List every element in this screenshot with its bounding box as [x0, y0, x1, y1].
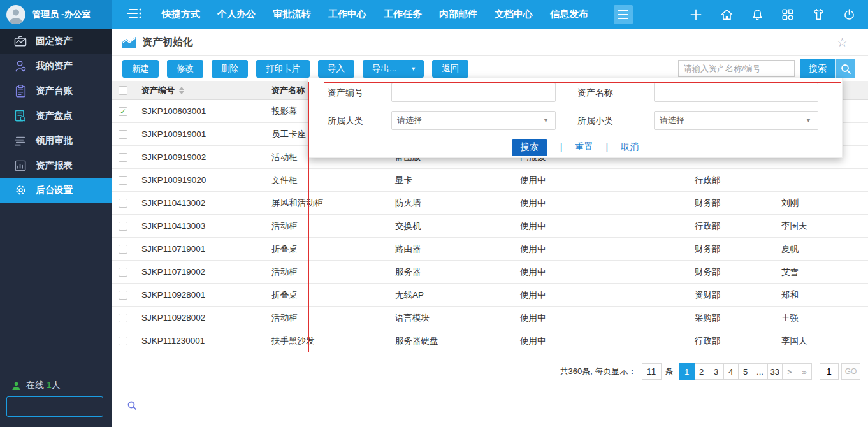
grid-icon[interactable] — [780, 7, 795, 22]
sort-icon[interactable] — [179, 87, 184, 94]
filter-label-minor-category: 所属小类 — [577, 106, 613, 134]
topbar-menu-item[interactable]: 信息发布 — [550, 8, 588, 20]
cell-asset-id: SJKP110719001 — [134, 244, 264, 254]
row-checkbox[interactable] — [119, 337, 127, 345]
toolbar-button[interactable]: 修改▼ — [167, 60, 203, 78]
cell-asset-name: 活动柜 — [264, 266, 387, 278]
row-checkbox[interactable] — [119, 245, 127, 254]
table-row[interactable]: SJKP111230001 扶手黑沙发 服务器硬盘 使用中 行政部 李国天 — [112, 329, 868, 352]
cell-asset-name2: 语言模块 — [387, 312, 512, 324]
cell-asset-id: SJKP100919002 — [134, 152, 264, 162]
row-checkbox[interactable] — [119, 268, 127, 277]
row-checkbox[interactable] — [119, 314, 127, 322]
cell-status: 使用中 — [512, 243, 687, 255]
cell-asset-id: SJKP110719002 — [134, 267, 264, 277]
cell-asset-name: 活动柜 — [264, 312, 387, 324]
toolbar-button[interactable]: 导出...▼ — [363, 60, 424, 78]
table-row[interactable]: SJKP110413003 活动柜 交换机 使用中 行政部 李国天 — [112, 215, 868, 238]
table-row[interactable]: SJKP100919020 文件柜 显卡 使用中 行政部 — [112, 169, 868, 192]
filter-cancel-button[interactable]: 取消 — [621, 141, 639, 153]
minor-category-select[interactable]: 请选择▼ — [654, 111, 818, 130]
toolbar-button[interactable]: 删除▼ — [212, 60, 248, 78]
sidebar-item[interactable]: 固定资产 — [0, 29, 112, 54]
row-checkbox[interactable] — [119, 176, 127, 185]
toolbar-button[interactable]: 新建▼ — [122, 60, 159, 78]
filter-asset-name-input[interactable] — [654, 83, 818, 102]
page-button[interactable]: 1 — [679, 363, 695, 380]
topbar-menu-item[interactable]: 内部邮件 — [439, 8, 477, 20]
nav-list-icon[interactable] — [126, 6, 143, 23]
favorite-star-icon[interactable]: ☆ — [837, 35, 848, 50]
topbar-menu-item[interactable]: 个人办公 — [217, 8, 256, 20]
sidebar-item[interactable]: 后台设置 — [0, 178, 112, 203]
go-button[interactable]: GO — [841, 363, 860, 380]
cell-status: 使用中 — [512, 175, 687, 186]
page-title: 资产初始化 — [142, 36, 193, 49]
filter-asset-id-input[interactable] — [391, 83, 556, 102]
sidebar-search-icon[interactable] — [127, 400, 137, 413]
row-checkbox[interactable] — [119, 291, 127, 300]
column-header-asset-id[interactable]: 资产编号 — [134, 85, 264, 96]
sidebar-search-input[interactable] — [7, 397, 127, 416]
major-category-select[interactable]: 请选择▼ — [391, 111, 556, 130]
toolbar-button[interactable]: 打印卡片▼ — [256, 60, 310, 78]
power-icon[interactable] — [841, 7, 857, 22]
asset-search-input[interactable] — [678, 60, 795, 77]
page-size-box[interactable]: 11 — [642, 363, 662, 380]
page-button[interactable]: 3 — [709, 363, 724, 380]
table-row[interactable]: SJKP110928002 活动柜 语言模块 使用中 采购部 王强 — [112, 307, 868, 329]
toolbar-button[interactable]: 导入▼ — [318, 60, 354, 78]
topbar-menu-item[interactable]: 工作任务 — [384, 8, 422, 20]
filter-reset-button[interactable]: 重置 — [575, 141, 593, 153]
sidebar-item-icon — [14, 134, 27, 147]
row-checkbox[interactable] — [119, 153, 127, 162]
table-row[interactable]: SJKP110719002 活动柜 服务器 使用中 财务部 艾雪 — [112, 261, 868, 284]
page-button[interactable]: > — [782, 363, 797, 380]
topbar-menu-item[interactable]: 工作中心 — [328, 8, 366, 20]
select-all-checkbox[interactable] — [119, 86, 127, 95]
row-checkbox[interactable] — [119, 107, 127, 116]
user-avatar-icon[interactable] — [6, 5, 25, 24]
sidebar-item-label: 后台设置 — [36, 184, 73, 196]
sidebar-item-icon — [14, 110, 27, 122]
cell-user: 夏帆 — [774, 243, 868, 255]
topbar-icons — [688, 7, 857, 22]
shirt-icon[interactable] — [811, 7, 826, 22]
topbar-menu-item[interactable]: 快捷方式 — [162, 8, 200, 20]
table-row[interactable]: SJKP110928001 折叠桌 无线AP 使用中 资财部 郑和 — [112, 284, 868, 307]
page-button[interactable]: 33 — [767, 363, 783, 380]
row-checkbox[interactable] — [119, 130, 127, 139]
home-icon[interactable] — [719, 7, 734, 22]
page-button[interactable]: 5 — [738, 363, 753, 380]
row-checkbox[interactable] — [119, 222, 127, 231]
goto-page-input[interactable] — [820, 363, 839, 380]
search-button[interactable]: 搜索 — [800, 59, 835, 78]
search-magnifier-icon[interactable] — [835, 59, 855, 78]
topbar-menu-item[interactable]: 审批流转 — [273, 8, 311, 20]
cell-department: 财务部 — [687, 243, 774, 255]
topbar: 管理员 -办公室 快捷方式 个人办公 审批流转 工作中心 工作任务 内部邮件 文… — [0, 0, 868, 29]
sidebar-item[interactable]: 资产盘点 — [0, 103, 112, 128]
sidebar-item[interactable]: 领用审批 — [0, 128, 112, 153]
table-row[interactable]: SJKP110719001 折叠桌 路由器 使用中 财务部 夏帆 — [112, 238, 868, 261]
sidebar-item[interactable]: 资产台账 — [0, 78, 112, 103]
page-button[interactable]: 4 — [723, 363, 739, 380]
page-button[interactable]: 2 — [694, 363, 709, 380]
topbar-menu-item[interactable]: 文档中心 — [495, 8, 533, 20]
menu-toggle-icon[interactable] — [614, 5, 633, 24]
user-block[interactable]: 管理员 -办公室 — [0, 0, 112, 29]
cell-user: 王强 — [774, 312, 868, 324]
toolbar-button[interactable]: 返回▼ — [432, 60, 468, 78]
sidebar-item-label: 领用审批 — [36, 134, 73, 147]
cell-status: 使用中 — [512, 335, 687, 347]
sidebar: 固定资产 我的资产 资产台账 资产盘点 领用审批 资产报表 后台设置 在线 1人 — [0, 29, 112, 427]
bell-icon[interactable] — [749, 7, 765, 22]
page-button[interactable]: ... — [753, 363, 768, 380]
sidebar-item[interactable]: 资产报表 — [0, 153, 112, 178]
row-checkbox[interactable] — [119, 199, 127, 208]
page-button[interactable]: » — [797, 363, 812, 380]
filter-search-button[interactable]: 搜索 — [512, 139, 547, 156]
sidebar-item[interactable]: 我的资产 — [0, 54, 112, 78]
table-row[interactable]: SJKP110413002 屏风和活动柜 防火墙 使用中 财务部 刘刚 — [112, 192, 868, 215]
plus-icon[interactable] — [688, 7, 704, 22]
